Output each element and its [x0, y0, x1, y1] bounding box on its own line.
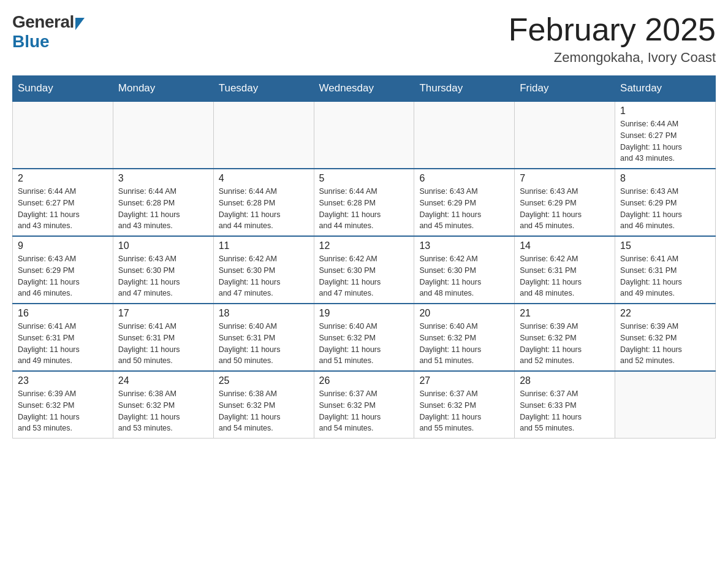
calendar-cell: 2Sunrise: 6:44 AM Sunset: 6:27 PM Daylig…: [13, 169, 113, 236]
day-info: Sunrise: 6:37 AM Sunset: 6:32 PM Dayligh…: [319, 388, 409, 434]
day-info: Sunrise: 6:44 AM Sunset: 6:27 PM Dayligh…: [18, 186, 108, 232]
day-info: Sunrise: 6:39 AM Sunset: 6:32 PM Dayligh…: [18, 388, 108, 434]
day-info: Sunrise: 6:44 AM Sunset: 6:27 PM Dayligh…: [620, 118, 710, 164]
day-number: 7: [520, 173, 610, 184]
logo-blue-text: Blue: [12, 32, 50, 51]
calendar-cell: 21Sunrise: 6:39 AM Sunset: 6:32 PM Dayli…: [515, 304, 615, 371]
col-header-tuesday: Tuesday: [213, 76, 314, 102]
calendar-cell: [314, 101, 414, 169]
day-info: Sunrise: 6:42 AM Sunset: 6:31 PM Dayligh…: [520, 253, 610, 299]
calendar-cell: 7Sunrise: 6:43 AM Sunset: 6:29 PM Daylig…: [515, 169, 615, 236]
day-number: 25: [219, 375, 309, 386]
week-row-4: 16Sunrise: 6:41 AM Sunset: 6:31 PM Dayli…: [13, 304, 716, 371]
day-info: Sunrise: 6:39 AM Sunset: 6:32 PM Dayligh…: [620, 321, 710, 367]
logo: General Blue: [12, 12, 85, 52]
day-info: Sunrise: 6:43 AM Sunset: 6:29 PM Dayligh…: [18, 253, 108, 299]
day-number: 14: [520, 240, 610, 251]
calendar-cell: 20Sunrise: 6:40 AM Sunset: 6:32 PM Dayli…: [414, 304, 515, 371]
day-number: 17: [118, 308, 208, 319]
day-info: Sunrise: 6:40 AM Sunset: 6:32 PM Dayligh…: [419, 321, 509, 367]
day-info: Sunrise: 6:43 AM Sunset: 6:29 PM Dayligh…: [520, 186, 610, 232]
location-text: Zemongokaha, Ivory Coast: [509, 50, 716, 66]
calendar-cell: 18Sunrise: 6:40 AM Sunset: 6:31 PM Dayli…: [213, 304, 314, 371]
day-number: 12: [319, 240, 409, 251]
day-info: Sunrise: 6:43 AM Sunset: 6:29 PM Dayligh…: [620, 186, 710, 232]
day-info: Sunrise: 6:40 AM Sunset: 6:31 PM Dayligh…: [219, 321, 309, 367]
calendar-cell: 15Sunrise: 6:41 AM Sunset: 6:31 PM Dayli…: [615, 236, 716, 304]
day-info: Sunrise: 6:41 AM Sunset: 6:31 PM Dayligh…: [118, 321, 208, 367]
day-info: Sunrise: 6:41 AM Sunset: 6:31 PM Dayligh…: [620, 253, 710, 299]
title-area: February 2025 Zemongokaha, Ivory Coast: [509, 12, 716, 66]
calendar-cell: 14Sunrise: 6:42 AM Sunset: 6:31 PM Dayli…: [515, 236, 615, 304]
col-header-wednesday: Wednesday: [314, 76, 414, 102]
calendar-cell: [113, 101, 213, 169]
calendar-cell: [414, 101, 515, 169]
calendar-cell: 22Sunrise: 6:39 AM Sunset: 6:32 PM Dayli…: [615, 304, 716, 371]
day-number: 4: [219, 173, 309, 184]
day-info: Sunrise: 6:39 AM Sunset: 6:32 PM Dayligh…: [520, 321, 610, 367]
calendar-cell: 25Sunrise: 6:38 AM Sunset: 6:32 PM Dayli…: [213, 371, 314, 439]
day-number: 26: [319, 375, 409, 386]
day-number: 24: [118, 375, 208, 386]
day-number: 28: [520, 375, 610, 386]
day-number: 27: [419, 375, 509, 386]
calendar-table: SundayMondayTuesdayWednesdayThursdayFrid…: [12, 75, 716, 439]
day-info: Sunrise: 6:37 AM Sunset: 6:32 PM Dayligh…: [419, 388, 509, 434]
day-info: Sunrise: 6:42 AM Sunset: 6:30 PM Dayligh…: [219, 253, 309, 299]
col-header-thursday: Thursday: [414, 76, 515, 102]
week-row-2: 2Sunrise: 6:44 AM Sunset: 6:27 PM Daylig…: [13, 169, 716, 236]
calendar-cell: 28Sunrise: 6:37 AM Sunset: 6:33 PM Dayli…: [515, 371, 615, 439]
day-info: Sunrise: 6:37 AM Sunset: 6:33 PM Dayligh…: [520, 388, 610, 434]
week-row-1: 1Sunrise: 6:44 AM Sunset: 6:27 PM Daylig…: [13, 101, 716, 169]
day-number: 6: [419, 173, 509, 184]
calendar-cell: 27Sunrise: 6:37 AM Sunset: 6:32 PM Dayli…: [414, 371, 515, 439]
day-number: 16: [18, 308, 108, 319]
calendar-cell: 11Sunrise: 6:42 AM Sunset: 6:30 PM Dayli…: [213, 236, 314, 304]
calendar-cell: [213, 101, 314, 169]
calendar-cell: 23Sunrise: 6:39 AM Sunset: 6:32 PM Dayli…: [13, 371, 113, 439]
month-title: February 2025: [509, 12, 716, 47]
day-number: 18: [219, 308, 309, 319]
calendar-cell: 19Sunrise: 6:40 AM Sunset: 6:32 PM Dayli…: [314, 304, 414, 371]
calendar-cell: 12Sunrise: 6:42 AM Sunset: 6:30 PM Dayli…: [314, 236, 414, 304]
calendar-header-row: SundayMondayTuesdayWednesdayThursdayFrid…: [13, 76, 716, 102]
calendar-cell: 9Sunrise: 6:43 AM Sunset: 6:29 PM Daylig…: [13, 236, 113, 304]
day-number: 19: [319, 308, 409, 319]
day-info: Sunrise: 6:41 AM Sunset: 6:31 PM Dayligh…: [18, 321, 108, 367]
week-row-3: 9Sunrise: 6:43 AM Sunset: 6:29 PM Daylig…: [13, 236, 716, 304]
calendar-cell: 13Sunrise: 6:42 AM Sunset: 6:30 PM Dayli…: [414, 236, 515, 304]
page-header: General Blue February 2025 Zemongokaha, …: [12, 12, 716, 66]
calendar-cell: 5Sunrise: 6:44 AM Sunset: 6:28 PM Daylig…: [314, 169, 414, 236]
calendar-cell: [515, 101, 615, 169]
calendar-cell: 1Sunrise: 6:44 AM Sunset: 6:27 PM Daylig…: [615, 101, 716, 169]
day-info: Sunrise: 6:42 AM Sunset: 6:30 PM Dayligh…: [319, 253, 409, 299]
day-number: 8: [620, 173, 710, 184]
week-row-5: 23Sunrise: 6:39 AM Sunset: 6:32 PM Dayli…: [13, 371, 716, 439]
logo-general-text: General: [12, 12, 74, 32]
day-info: Sunrise: 6:44 AM Sunset: 6:28 PM Dayligh…: [118, 186, 208, 232]
calendar-cell: 26Sunrise: 6:37 AM Sunset: 6:32 PM Dayli…: [314, 371, 414, 439]
day-number: 22: [620, 308, 710, 319]
day-number: 23: [18, 375, 108, 386]
day-number: 2: [18, 173, 108, 184]
col-header-monday: Monday: [113, 76, 213, 102]
col-header-friday: Friday: [515, 76, 615, 102]
day-info: Sunrise: 6:40 AM Sunset: 6:32 PM Dayligh…: [319, 321, 409, 367]
calendar-cell: 16Sunrise: 6:41 AM Sunset: 6:31 PM Dayli…: [13, 304, 113, 371]
day-number: 9: [18, 240, 108, 251]
col-header-sunday: Sunday: [13, 76, 113, 102]
day-info: Sunrise: 6:42 AM Sunset: 6:30 PM Dayligh…: [419, 253, 509, 299]
calendar-cell: 17Sunrise: 6:41 AM Sunset: 6:31 PM Dayli…: [113, 304, 213, 371]
calendar-cell: [13, 101, 113, 169]
day-info: Sunrise: 6:44 AM Sunset: 6:28 PM Dayligh…: [219, 186, 309, 232]
calendar-cell: 24Sunrise: 6:38 AM Sunset: 6:32 PM Dayli…: [113, 371, 213, 439]
col-header-saturday: Saturday: [615, 76, 716, 102]
calendar-cell: 10Sunrise: 6:43 AM Sunset: 6:30 PM Dayli…: [113, 236, 213, 304]
calendar-cell: 6Sunrise: 6:43 AM Sunset: 6:29 PM Daylig…: [414, 169, 515, 236]
day-number: 3: [118, 173, 208, 184]
day-number: 13: [419, 240, 509, 251]
day-number: 21: [520, 308, 610, 319]
day-info: Sunrise: 6:43 AM Sunset: 6:29 PM Dayligh…: [419, 186, 509, 232]
day-info: Sunrise: 6:43 AM Sunset: 6:30 PM Dayligh…: [118, 253, 208, 299]
day-number: 10: [118, 240, 208, 251]
